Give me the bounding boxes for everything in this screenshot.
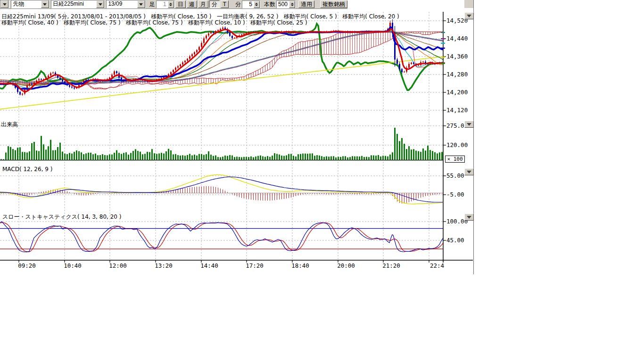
time-axis-label: 21:20 (382, 262, 400, 269)
chart-canvas[interactable]: 14,52014,44014,36014,28014,20014,120275.… (0, 0, 476, 283)
time-axis-label: 13:20 (155, 262, 173, 269)
axis-label: 14,200 (446, 89, 468, 96)
axis-label: -5.00 (446, 191, 464, 198)
macd-pane-label: MACD( 12, 26, 9 ) (2, 166, 52, 173)
time-axis-label: 12:00 (109, 262, 127, 269)
time-axis-label: 17:20 (246, 262, 264, 269)
time-axis-label: 09:20 (18, 262, 36, 269)
price-pane-dropdown-button[interactable] (464, 12, 474, 19)
axis-label: 14,360 (446, 53, 468, 60)
stoch-pane-label: スロー・ストキャスティクス( 14, 3, 80, 20 ) (2, 213, 121, 221)
time-axis-label: 20:00 (337, 262, 355, 269)
time-axis-label: 10:40 (64, 262, 82, 269)
axis-label: 45.00 (446, 237, 464, 244)
time-axis-label: 22:4 (430, 262, 444, 269)
chevron-down-icon (467, 123, 471, 126)
volume-pane-dropdown-button[interactable] (464, 121, 474, 128)
axis-label: 120.00 (446, 141, 468, 148)
time-axis-label: 18:40 (291, 262, 309, 269)
time-axis-label: 14:40 (200, 262, 218, 269)
axis-label: 14,440 (446, 35, 468, 42)
volume-pane-label: 出来高 (1, 121, 18, 129)
chevron-down-icon (467, 216, 471, 219)
chevron-down-icon (467, 15, 471, 17)
macd-pane-dropdown-button[interactable] (464, 168, 474, 175)
volume-multiplier-box: × 100 (445, 156, 465, 163)
app-window: 14,52014,44014,36014,28014,20014,120275.… (0, 0, 644, 362)
axis-label: 14,280 (446, 71, 468, 78)
legend-row-2: 移動平均( Close, 40 ) 移動平均( Close, 75 ) 移動平均… (1, 19, 307, 27)
axis-label: 14,120 (446, 107, 468, 114)
axis-label: 55.00 (446, 172, 464, 179)
stoch-pane-dropdown-button[interactable] (464, 214, 474, 221)
chevron-down-icon (467, 171, 471, 173)
